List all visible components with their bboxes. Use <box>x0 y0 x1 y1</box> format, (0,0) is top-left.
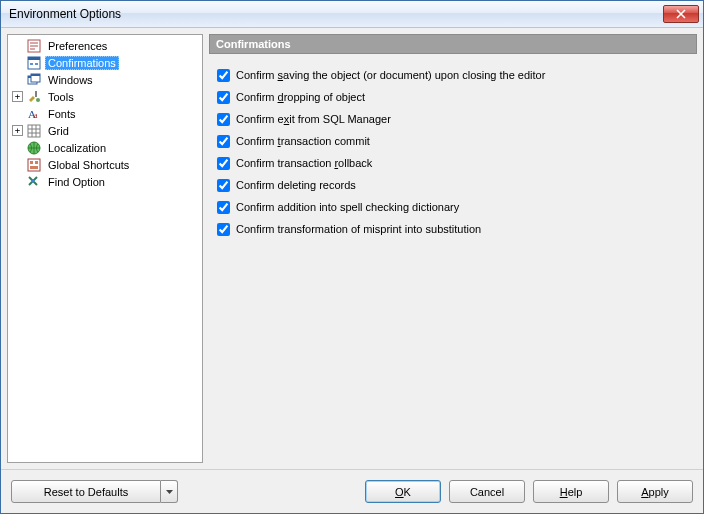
main-panel: Confirmations Confirm saving the object … <box>209 34 697 463</box>
expander-spacer <box>12 159 23 170</box>
confirm-option-row: Confirm addition into spell checking dic… <box>215 196 691 218</box>
fonts-icon: Aa <box>26 106 42 122</box>
svg-rect-16 <box>30 161 33 164</box>
tree-item-localization[interactable]: Localization <box>8 139 202 156</box>
tree-item-global-shortcuts[interactable]: Global Shortcuts <box>8 156 202 173</box>
local-icon <box>26 140 42 156</box>
tree-item-confirmations[interactable]: Confirmations <box>8 54 202 71</box>
confirm-option-row: Confirm deleting records <box>215 174 691 196</box>
find-icon <box>26 174 42 190</box>
svg-text:a: a <box>34 111 38 120</box>
reset-defaults-split[interactable]: Reset to Defaults <box>11 480 178 503</box>
tree-item-tools[interactable]: +Tools <box>8 88 202 105</box>
expander-spacer <box>12 40 23 51</box>
pref-icon <box>26 38 42 54</box>
tree-item-fonts[interactable]: AaFonts <box>8 105 202 122</box>
svg-rect-13 <box>28 125 40 137</box>
svg-rect-4 <box>35 63 38 65</box>
expander-spacer <box>12 57 23 68</box>
confirm-option-row: Confirm transaction commit <box>215 130 691 152</box>
confirm-option-row: Confirm dropping of object <box>215 86 691 108</box>
apply-button[interactable]: Apply <box>617 480 693 503</box>
chevron-down-icon <box>166 490 173 494</box>
svg-rect-8 <box>31 74 40 76</box>
titlebar: Environment Options <box>1 1 703 28</box>
svg-rect-9 <box>35 91 37 97</box>
confirm-option-row: Confirm saving the object (or document) … <box>215 64 691 86</box>
button-bar: Reset to Defaults OK Cancel Help Apply <box>1 469 703 513</box>
expander-spacer <box>12 108 23 119</box>
confirm-checkbox-7[interactable] <box>217 223 230 236</box>
confirm-checkbox-0[interactable] <box>217 69 230 82</box>
reset-defaults-dropdown[interactable] <box>161 480 178 503</box>
reset-defaults-button[interactable]: Reset to Defaults <box>11 480 161 503</box>
svg-point-10 <box>36 98 40 102</box>
tree-item-label: Global Shortcuts <box>45 158 132 172</box>
confirm-checkbox-1[interactable] <box>217 91 230 104</box>
confirm-option-row: Confirm transformation of misprint into … <box>215 218 691 240</box>
confirm-label[interactable]: Confirm transaction commit <box>236 135 370 147</box>
svg-rect-18 <box>30 166 38 169</box>
confirm-checkbox-2[interactable] <box>217 113 230 126</box>
tree-item-label: Windows <box>45 73 96 87</box>
confirm-option-row: Confirm exit from SQL Manager <box>215 108 691 130</box>
grid-icon <box>26 123 42 139</box>
confirm-option-row: Confirm transaction rollback <box>215 152 691 174</box>
tree-item-label: Grid <box>45 124 72 138</box>
shortcut-icon <box>26 157 42 173</box>
confirm-label[interactable]: Confirm transformation of misprint into … <box>236 223 481 235</box>
tree-item-label: Fonts <box>45 107 79 121</box>
confirm-label[interactable]: Confirm transaction rollback <box>236 157 372 169</box>
dialog-window: Environment Options PreferencesConfirmat… <box>0 0 704 514</box>
tree-item-preferences[interactable]: Preferences <box>8 37 202 54</box>
expander-spacer <box>12 74 23 85</box>
section-header: Confirmations <box>209 34 697 54</box>
ok-button[interactable]: OK <box>365 480 441 503</box>
svg-rect-17 <box>35 161 38 164</box>
content-area: PreferencesConfirmationsWindows+ToolsAaF… <box>1 28 703 469</box>
cancel-button[interactable]: Cancel <box>449 480 525 503</box>
tree-item-find-option[interactable]: Find Option <box>8 173 202 190</box>
confirm-label[interactable]: Confirm addition into spell checking dic… <box>236 201 459 213</box>
expander-spacer <box>12 142 23 153</box>
confirm-checkbox-6[interactable] <box>217 201 230 214</box>
tree-item-label: Preferences <box>45 39 110 53</box>
tree-item-label: Find Option <box>45 175 108 189</box>
expander-icon[interactable]: + <box>12 91 23 102</box>
tree-item-grid[interactable]: +Grid <box>8 122 202 139</box>
svg-rect-2 <box>28 57 40 60</box>
tree-item-label: Confirmations <box>45 56 119 70</box>
confirm-checkbox-4[interactable] <box>217 157 230 170</box>
confirm-label[interactable]: Confirm dropping of object <box>236 91 365 103</box>
tree-item-label: Localization <box>45 141 109 155</box>
confirm-checkbox-5[interactable] <box>217 179 230 192</box>
confirm-label[interactable]: Confirm deleting records <box>236 179 356 191</box>
expander-spacer <box>12 176 23 187</box>
confirm-label[interactable]: Confirm exit from SQL Manager <box>236 113 391 125</box>
confirm-checkbox-3[interactable] <box>217 135 230 148</box>
category-tree[interactable]: PreferencesConfirmationsWindows+ToolsAaF… <box>7 34 203 463</box>
help-button[interactable]: Help <box>533 480 609 503</box>
close-button[interactable] <box>663 5 699 23</box>
tools-icon <box>26 89 42 105</box>
section-body: Confirm saving the object (or document) … <box>209 54 697 463</box>
close-icon <box>676 9 686 19</box>
confirm-label[interactable]: Confirm saving the object (or document) … <box>236 69 545 81</box>
windows-icon <box>26 72 42 88</box>
tree-item-windows[interactable]: Windows <box>8 71 202 88</box>
svg-point-19 <box>32 179 35 182</box>
svg-rect-3 <box>30 63 33 65</box>
expander-icon[interactable]: + <box>12 125 23 136</box>
window-title: Environment Options <box>9 7 663 21</box>
svg-rect-15 <box>28 159 40 171</box>
confirm-icon <box>26 55 42 71</box>
tree-item-label: Tools <box>45 90 77 104</box>
